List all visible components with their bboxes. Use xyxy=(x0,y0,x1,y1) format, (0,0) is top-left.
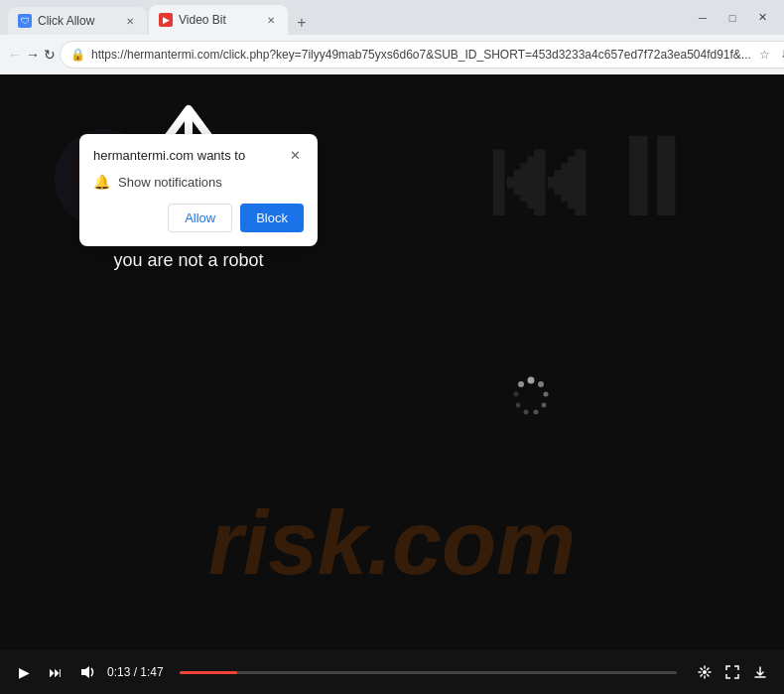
tab-video-bit[interactable]: ▶ Video Bit ✕ xyxy=(149,5,288,35)
video-controls-bar: ▶ ⏭ 0:13 / 1:47 xyxy=(0,650,784,694)
svg-point-14 xyxy=(703,670,707,674)
svg-point-11 xyxy=(518,381,524,387)
video-download-button[interactable] xyxy=(748,660,772,684)
popup-title: hermantermi.com wants to xyxy=(93,148,245,163)
svg-point-3 xyxy=(528,376,535,383)
filmstrip-watermark: ⏮⏸ xyxy=(486,114,705,241)
svg-point-10 xyxy=(514,391,519,396)
reload-button[interactable]: ↻ xyxy=(44,41,56,69)
popup-option: 🔔 Show notifications xyxy=(93,174,304,190)
forward-button[interactable]: → xyxy=(26,41,40,69)
svg-point-4 xyxy=(538,381,544,387)
title-bar: 🛡 Click Allow ✕ ▶ Video Bit ✕ + ─ □ ✕ xyxy=(0,0,784,35)
notification-popup: hermantermi.com wants to ✕ 🔔 Show notifi… xyxy=(79,134,318,246)
tab-close-2[interactable]: ✕ xyxy=(264,13,278,27)
volume-button[interactable] xyxy=(75,660,99,684)
tabs-area: 🛡 Click Allow ✕ ▶ Video Bit ✕ + xyxy=(8,0,677,35)
play-button[interactable]: ▶ xyxy=(12,660,36,684)
window-controls: ─ □ ✕ xyxy=(689,7,776,29)
fullscreen-button[interactable] xyxy=(720,660,744,684)
tab-favicon-1: 🛡 xyxy=(18,14,32,28)
svg-marker-13 xyxy=(81,666,89,678)
maximize-button[interactable]: □ xyxy=(719,7,746,29)
svg-point-6 xyxy=(542,402,547,407)
svg-point-7 xyxy=(534,409,539,414)
time-display: 0:13 / 1:47 xyxy=(107,665,164,679)
back-button[interactable]: ← xyxy=(8,41,22,69)
popup-buttons: Allow Block xyxy=(93,204,304,232)
new-tab-button[interactable]: + xyxy=(290,11,314,35)
popup-close-button[interactable]: ✕ xyxy=(286,146,304,164)
tab-favicon-2: ▶ xyxy=(159,13,173,27)
address-text: https://hermantermi.com/click.php?key=7i… xyxy=(91,48,751,62)
address-bar[interactable]: 🔒 https://hermantermi.com/click.php?key=… xyxy=(60,41,784,69)
settings-button[interactable] xyxy=(693,660,717,684)
svg-point-9 xyxy=(516,402,521,407)
progress-bar[interactable] xyxy=(180,671,677,674)
risk-watermark: risk.com xyxy=(208,492,576,595)
block-button[interactable]: Block xyxy=(240,204,304,232)
download-icon[interactable]: ⬇ xyxy=(777,47,784,63)
bookmark-icon[interactable]: ☆ xyxy=(757,47,773,63)
content-area: ⏮⏸ risk.com xyxy=(0,74,784,694)
address-icons: ☆ ⬇ 👤 ⋮ xyxy=(757,47,784,63)
skip-button[interactable]: ⏭ xyxy=(44,660,67,684)
tab-close-1[interactable]: ✕ xyxy=(123,14,137,28)
tab-title-2: Video Bit xyxy=(179,13,226,27)
nav-bar: ← → ↻ 🔒 https://hermantermi.com/click.ph… xyxy=(0,35,784,74)
allow-button[interactable]: Allow xyxy=(168,204,232,232)
close-button[interactable]: ✕ xyxy=(748,7,776,29)
popup-option-label: Show notifications xyxy=(118,175,222,190)
loading-spinner xyxy=(506,372,556,422)
minimize-button[interactable]: ─ xyxy=(689,7,717,29)
tab-click-allow[interactable]: 🛡 Click Allow ✕ xyxy=(8,7,147,35)
progress-fill xyxy=(180,671,238,674)
svg-point-5 xyxy=(544,391,549,396)
svg-point-8 xyxy=(524,409,529,414)
tab-title-1: Click Allow xyxy=(38,14,94,28)
video-controls-right xyxy=(693,660,772,684)
bell-icon: 🔔 xyxy=(93,174,110,190)
popup-header: hermantermi.com wants to ✕ xyxy=(93,146,304,164)
browser-window: 🛡 Click Allow ✕ ▶ Video Bit ✕ + ─ □ ✕ ← … xyxy=(0,0,784,694)
